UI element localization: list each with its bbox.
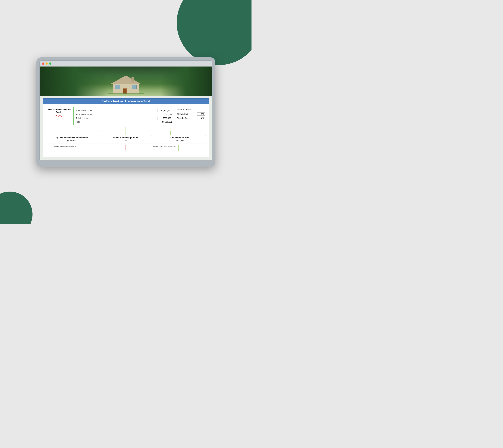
existing-insurance-input[interactable] — [157, 117, 172, 120]
diagram-container: Taxes & Expenses at First Death $0 (0%) … — [43, 104, 209, 157]
diagram-title: By-Pass Trust and Life Insurance Trust — [43, 98, 209, 104]
years-to-project-row: Years to Project — [177, 108, 206, 112]
title-bar — [40, 61, 212, 66]
taxes-expenses-first-death: Taxes & Expenses at First Death $0 (0%) — [46, 107, 72, 117]
bypass-trust-box: By-Pass Trust and Other Transfers $5,250… — [46, 135, 98, 144]
svg-marker-1 — [111, 76, 141, 84]
plus-future-growth-row: Plus Future Growth $3,613,081 — [76, 113, 173, 116]
hero-trees-left — [40, 66, 109, 96]
svg-rect-4 — [115, 85, 120, 89]
total-row: Total $5,750,081 — [76, 120, 173, 124]
laptop-outer: By-Pass Trust and Life Insurance Trust T… — [36, 57, 215, 167]
top-section: Taxes & Expenses at First Death $0 (0%) … — [46, 107, 206, 125]
current-net-estate-row: Current Net Estate — [76, 109, 173, 113]
current-net-estate-input[interactable] — [157, 109, 172, 112]
estate-surviving-spouse-box: Estate of Surviving Spouse $0 — [100, 135, 152, 144]
minimize-button[interactable] — [46, 63, 48, 65]
transfer-costs-input[interactable] — [197, 117, 205, 120]
estate-table: Current Net Estate Plus Future Growth $3… — [76, 109, 173, 124]
svg-rect-3 — [123, 89, 126, 93]
top-connectors — [46, 127, 206, 135]
close-button[interactable] — [42, 63, 44, 65]
hero-house — [108, 75, 144, 94]
bg-circle-top — [177, 0, 252, 65]
right-params: Years to Project Growth Rate — [177, 107, 206, 120]
maximize-button[interactable] — [49, 63, 51, 65]
connector-svg-middle: Estate Taxes & Expenses $0 Estate Taxes … — [46, 145, 206, 155]
transfer-costs-row: Transfer Costs — [177, 116, 206, 120]
svg-text:Estate Taxes & Expenses $0: Estate Taxes & Expenses $0 — [153, 145, 176, 147]
life-insurance-trust-box: Life Insurance Trust $500,000 — [154, 135, 206, 144]
growth-rate-input[interactable] — [197, 112, 205, 116]
svg-rect-6 — [131, 77, 134, 82]
growth-rate-row: Growth Rate — [177, 112, 206, 116]
middle-connectors: Estate Taxes & Expenses $0 Estate Taxes … — [46, 145, 206, 155]
hero-image — [40, 66, 212, 96]
content-area: By-Pass Trust and Life Insurance Trust T… — [40, 96, 212, 160]
bg-circle-bottom — [0, 192, 32, 224]
years-to-project-input[interactable] — [197, 108, 205, 112]
middle-boxes: By-Pass Trust and Other Transfers $5,250… — [46, 135, 206, 144]
center-top-box: Current Net Estate Plus Future Growth $3… — [73, 107, 175, 125]
hero-trees-right — [160, 66, 212, 96]
svg-rect-5 — [132, 85, 137, 89]
browser-window: By-Pass Trust and Life Insurance Trust T… — [39, 60, 212, 160]
params-table: Years to Project Growth Rate — [177, 108, 206, 120]
existing-insurance-row: Existing Insurance — [76, 116, 173, 120]
svg-rect-7 — [108, 93, 144, 94]
svg-text:Estate Taxes & Expenses $0: Estate Taxes & Expenses $0 — [54, 145, 76, 147]
connector-svg-top — [46, 127, 206, 135]
